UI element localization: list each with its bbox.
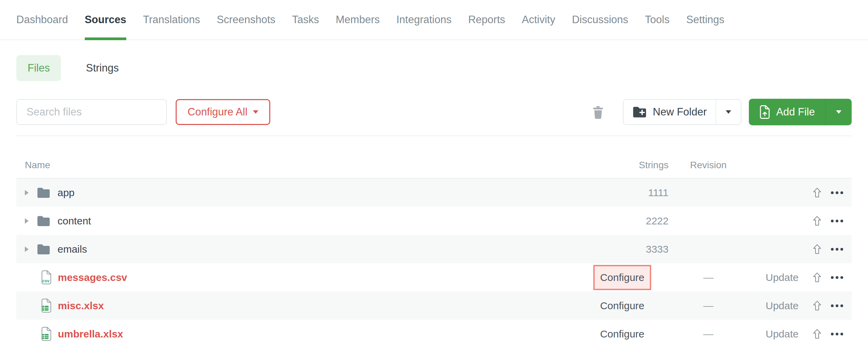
strings-count: 2222 xyxy=(646,215,669,226)
table-row-folder-app[interactable]: app 1111 xyxy=(16,178,852,207)
new-folder-button[interactable]: New Folder xyxy=(624,100,716,124)
upload-icon[interactable] xyxy=(813,329,822,339)
file-upload-icon xyxy=(759,105,771,119)
table-row-file-messages-csv[interactable]: csv messages.csv Configure — Update xyxy=(16,263,852,291)
expand-caret-icon[interactable] xyxy=(25,190,29,195)
configure-all-button[interactable]: Configure All xyxy=(176,99,270,125)
update-link[interactable]: Update xyxy=(766,328,799,340)
column-header-strings: Strings xyxy=(582,160,674,178)
tab-translations[interactable]: Translations xyxy=(143,0,200,40)
new-folder-label: New Folder xyxy=(653,106,707,118)
folder-icon xyxy=(37,187,50,199)
ellipsis-menu-icon[interactable] xyxy=(830,274,844,281)
new-folder-dropdown-button[interactable] xyxy=(716,100,741,124)
table-header-row: Name Strings Revision xyxy=(16,136,852,178)
chevron-down-icon xyxy=(836,110,841,114)
ellipsis-menu-icon[interactable] xyxy=(830,218,844,224)
upload-icon[interactable] xyxy=(813,187,822,198)
csv-file-icon: csv xyxy=(41,270,52,285)
expand-caret-icon[interactable] xyxy=(25,247,29,252)
upload-icon[interactable] xyxy=(813,244,822,254)
tab-sources[interactable]: Sources xyxy=(85,0,126,40)
folder-name[interactable]: app xyxy=(58,187,75,199)
column-header-spacer xyxy=(802,171,822,178)
add-file-split-button: Add File xyxy=(749,99,852,125)
tab-strings[interactable]: Strings xyxy=(75,55,130,81)
table-row-folder-content[interactable]: content 2222 xyxy=(16,207,852,235)
configure-button-highlighted[interactable]: Configure xyxy=(593,265,651,290)
chevron-down-icon xyxy=(253,110,258,114)
table-row-folder-emails[interactable]: emails 3333 xyxy=(16,235,852,263)
tab-screenshots[interactable]: Screenshots xyxy=(217,0,275,40)
table-row-file-misc-xlsx[interactable]: misc.xlsx Configure — Update xyxy=(16,291,852,320)
column-header-spacer xyxy=(822,171,852,178)
column-header-spacer xyxy=(732,171,802,178)
ellipsis-menu-icon[interactable] xyxy=(830,302,844,309)
strings-count: 3333 xyxy=(646,243,669,255)
folder-name[interactable]: content xyxy=(58,215,91,227)
upload-icon[interactable] xyxy=(813,216,822,226)
revision-value: — xyxy=(674,328,732,340)
revision-value: — xyxy=(674,272,732,283)
tab-activity[interactable]: Activity xyxy=(522,0,555,40)
tab-files[interactable]: Files xyxy=(16,55,61,81)
update-link[interactable]: Update xyxy=(766,300,799,311)
sources-subtabs: Files Strings xyxy=(16,55,852,81)
folder-name[interactable]: emails xyxy=(58,243,87,255)
column-header-name: Name xyxy=(16,160,582,178)
files-table: Name Strings Revision app 1111 xyxy=(16,136,852,348)
add-file-button[interactable]: Add File xyxy=(749,99,825,125)
revision-value: — xyxy=(674,300,732,312)
tab-dashboard[interactable]: Dashboard xyxy=(16,0,68,40)
add-file-label: Add File xyxy=(776,106,815,118)
upload-icon[interactable] xyxy=(813,300,822,311)
search-input[interactable] xyxy=(16,99,167,125)
tab-integrations[interactable]: Integrations xyxy=(396,0,451,40)
configure-button[interactable]: Configure xyxy=(593,293,651,318)
strings-count: 1111 xyxy=(648,187,669,198)
project-sources-page: Dashboard Sources Translations Screensho… xyxy=(0,0,868,363)
file-name[interactable]: misc.xlsx xyxy=(58,300,104,312)
upload-icon[interactable] xyxy=(813,272,822,283)
tab-discussions[interactable]: Discussions xyxy=(572,0,628,40)
tab-reports[interactable]: Reports xyxy=(468,0,505,40)
chevron-down-icon xyxy=(726,110,731,114)
delete-button[interactable] xyxy=(592,105,604,119)
xlsx-file-icon xyxy=(41,298,52,313)
trash-icon xyxy=(592,105,604,119)
files-toolbar: Configure All New Folder xyxy=(16,99,852,125)
tab-tools[interactable]: Tools xyxy=(645,0,670,40)
column-header-revision: Revision xyxy=(674,160,732,178)
main-nav: Dashboard Sources Translations Screensho… xyxy=(0,0,868,40)
configure-button[interactable]: Configure xyxy=(593,321,651,347)
ellipsis-menu-icon[interactable] xyxy=(830,246,844,253)
svg-text:csv: csv xyxy=(42,278,50,283)
new-folder-split-button: New Folder xyxy=(623,99,742,125)
update-link[interactable]: Update xyxy=(766,272,799,283)
table-row-file-umbrella-xlsx[interactable]: umbrella.xlsx Configure — Update xyxy=(16,320,852,348)
ellipsis-menu-icon[interactable] xyxy=(830,331,844,337)
folder-icon xyxy=(37,243,50,255)
tab-tasks[interactable]: Tasks xyxy=(292,0,319,40)
tab-settings[interactable]: Settings xyxy=(686,0,724,40)
file-name[interactable]: umbrella.xlsx xyxy=(58,328,123,340)
add-file-dropdown-button[interactable] xyxy=(825,99,852,125)
file-name[interactable]: messages.csv xyxy=(58,272,127,283)
expand-caret-icon[interactable] xyxy=(25,218,29,224)
ellipsis-menu-icon[interactable] xyxy=(830,189,844,196)
folder-icon xyxy=(37,215,50,227)
folder-plus-icon xyxy=(632,106,647,118)
configure-all-label: Configure All xyxy=(188,106,247,118)
xlsx-file-icon xyxy=(41,326,52,342)
tab-members[interactable]: Members xyxy=(336,0,380,40)
